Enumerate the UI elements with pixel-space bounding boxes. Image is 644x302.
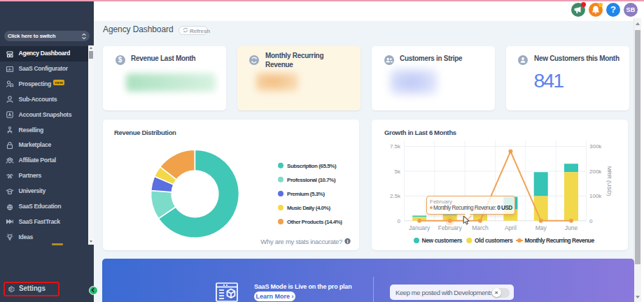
svg-text:Professional (10.7%): Professional (10.7%) — [287, 177, 336, 183]
svg-text:7.5k: 7.5k — [390, 143, 401, 150]
svg-text:Music Daily (4.0%): Music Daily (4.0%) — [287, 205, 330, 211]
svg-text:2.5k: 2.5k — [390, 193, 401, 199]
svg-text:Subscription (65.5%): Subscription (65.5%) — [287, 163, 337, 169]
svg-text:MRR (USD): MRR (USD) — [606, 166, 612, 196]
svg-text:Monthly Recurring Revenue: Monthly Recurring Revenue — [525, 237, 595, 244]
svg-text:0: 0 — [589, 218, 593, 224]
svg-text:March: March — [472, 224, 489, 231]
svg-text:0: 0 — [398, 218, 401, 224]
svg-text:200k: 200k — [589, 168, 602, 175]
svg-text:June: June — [565, 224, 578, 231]
svg-text:January: January — [409, 224, 430, 231]
svg-text:Old customers: Old customers — [475, 237, 513, 244]
svg-text:April: April — [505, 224, 517, 231]
svg-text:i: i — [346, 238, 348, 245]
svg-text:February: February — [438, 224, 463, 231]
svg-text:5k: 5k — [395, 168, 401, 175]
svg-text:Why are my stats inaccurate?: Why are my stats inaccurate? — [260, 238, 342, 245]
svg-text:New customers: New customers — [422, 237, 463, 244]
svg-text:100k: 100k — [589, 193, 602, 199]
svg-text:Other Products (14.4%): Other Products (14.4%) — [287, 219, 342, 225]
svg-text:May: May — [536, 224, 547, 231]
svg-text:Premium (5.3%): Premium (5.3%) — [287, 191, 326, 197]
svg-text:300k: 300k — [589, 143, 602, 150]
